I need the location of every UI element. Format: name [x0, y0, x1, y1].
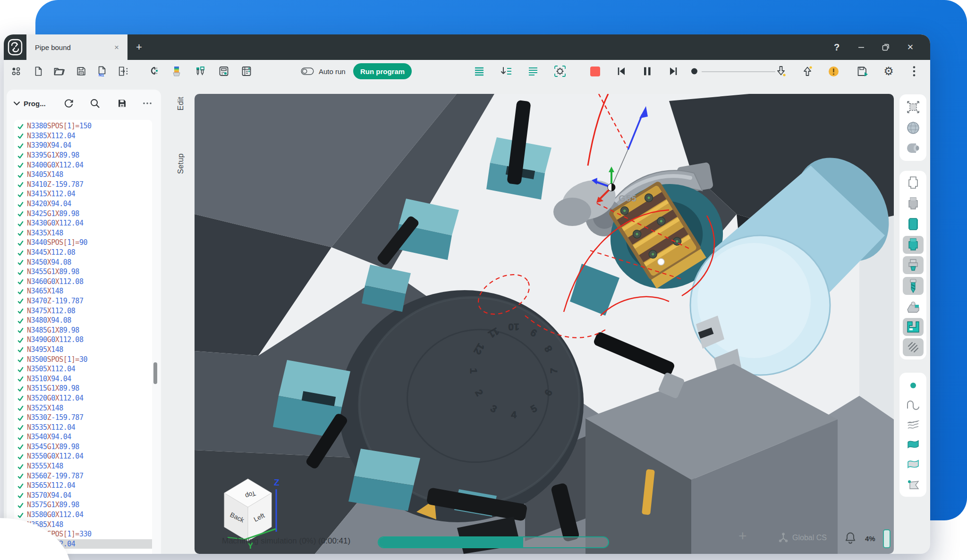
gcode-line[interactable]: N3510X94.04 — [14, 374, 152, 384]
gcode-line[interactable]: N3565X112.04 — [14, 481, 152, 491]
gcode-line[interactable]: N3390X94.04 — [14, 141, 152, 150]
gear-icon[interactable]: ⚙ — [882, 65, 895, 78]
speed-slider-track[interactable] — [702, 71, 775, 72]
restore-button[interactable] — [874, 34, 898, 60]
gcode-line[interactable]: N3545G1X89.98 — [14, 442, 152, 452]
tab-setup[interactable]: Setup — [177, 153, 185, 174]
point-dot-icon[interactable] — [903, 376, 924, 394]
upload-arrow-icon[interactable] — [801, 65, 814, 78]
gcode-line[interactable]: N3490G0X112.08 — [14, 335, 152, 345]
sphere-shaded-icon[interactable] — [903, 119, 924, 137]
new-file-icon[interactable] — [32, 65, 45, 78]
machine-gray-icon[interactable] — [903, 297, 924, 315]
flag-filled-icon[interactable] — [903, 435, 924, 453]
save-run-icon[interactable] — [856, 65, 869, 78]
frame-gear-icon[interactable] — [553, 65, 567, 78]
gcode-line[interactable]: N3420X94.04 — [14, 199, 152, 209]
chevron-down-icon[interactable] — [13, 101, 20, 106]
apps-grid-icon[interactable] — [9, 65, 23, 78]
gcode-line[interactable]: N3560Z-199.787 — [14, 471, 152, 481]
flag-point-icon[interactable] — [903, 475, 924, 493]
gcode-line[interactable]: N3575G1X89.98 — [14, 500, 152, 510]
minimize-button[interactable] — [849, 34, 874, 60]
kebab-menu-icon[interactable] — [908, 65, 921, 78]
postprocessor-stack-icon[interactable] — [170, 65, 183, 78]
tab-pipe-bound[interactable]: Pipe bound × — [26, 34, 127, 60]
tool-holder-icon[interactable] — [903, 256, 924, 274]
gcode-line[interactable]: N3500SPOS[1]=30 — [14, 354, 152, 364]
magnet-snap-icon[interactable] — [146, 65, 160, 78]
workpiece-gray-icon[interactable] — [903, 195, 924, 213]
workpiece-outline-icon[interactable] — [903, 174, 924, 192]
flag-outline-icon[interactable] — [903, 455, 924, 473]
open-folder-icon[interactable] — [52, 65, 66, 78]
gcode-line[interactable]: N3495X148 — [14, 345, 152, 355]
global-cs-button[interactable]: Global CS — [778, 533, 827, 543]
gcode-line[interactable]: N3465X148 — [14, 286, 152, 296]
gcode-line[interactable]: N3405X148 — [14, 170, 152, 180]
zoom-plus-button[interactable]: + — [738, 528, 747, 544]
drill-bit-icon[interactable] — [903, 277, 924, 295]
new-tab-button[interactable]: + — [127, 34, 142, 60]
gcode-line[interactable]: N3520G0X112.04 — [14, 393, 152, 403]
gcode-line[interactable]: N3385X112.04 — [14, 131, 152, 141]
curve-icon[interactable] — [903, 396, 924, 414]
n1-program-file-icon[interactable]: N1 — [95, 65, 109, 78]
save-program-icon[interactable] — [117, 99, 127, 109]
fit-view-icon[interactable] — [903, 98, 924, 116]
gcode-line[interactable]: N3530Z-159.787 — [14, 413, 152, 423]
gcode-line[interactable]: N3430G0X112.04 — [14, 218, 152, 228]
gcode-line[interactable]: N3470Z-119.787 — [14, 296, 152, 306]
app-logo[interactable] — [4, 34, 26, 60]
surface-waves-icon[interactable] — [903, 416, 924, 434]
gcode-line[interactable]: N3515G1X89.98 — [14, 384, 152, 393]
gcode-line[interactable]: N3550G0X112.04 — [14, 451, 152, 461]
gcode-line[interactable]: N3555X148 — [14, 461, 152, 471]
skip-forward-icon[interactable] — [667, 65, 680, 78]
gcode-line[interactable]: N3485G1X89.98 — [14, 325, 152, 335]
gcode-line[interactable]: N3455G1X89.98 — [14, 267, 152, 277]
tab-close-icon[interactable]: × — [112, 42, 121, 52]
gcode-line[interactable]: N3540X94.04 — [14, 432, 152, 442]
speed-slider-knob[interactable] — [691, 68, 697, 75]
3d-viewport-canvas[interactable]: 109876543211211 — [195, 94, 894, 554]
workpiece-teal-selected-icon[interactable] — [903, 236, 924, 254]
gcode-line[interactable]: N3535X112.04 — [14, 422, 152, 432]
gcode-list[interactable]: N3380SPOS[1]=150N3385X112.04N3390X94.04N… — [14, 120, 152, 554]
close-window-button[interactable]: × — [898, 34, 923, 60]
search-icon[interactable] — [90, 98, 100, 109]
gcode-line[interactable]: N3440SPOS[1]=90 — [14, 238, 152, 248]
run-program-button[interactable]: Run program — [353, 63, 412, 79]
table-list-icon[interactable] — [240, 65, 253, 78]
gcode-line[interactable]: N3410Z-159.787 — [14, 180, 152, 190]
tab-edit[interactable]: Edit — [177, 97, 185, 110]
gcode-line[interactable]: N3475X112.08 — [14, 306, 152, 316]
gcode-line[interactable]: N3435X148 — [14, 228, 152, 238]
gcode-line[interactable]: N3415X112.04 — [14, 189, 152, 199]
program-scrollbar-thumb[interactable] — [153, 362, 157, 384]
lines-thick-icon[interactable] — [473, 65, 486, 78]
skip-back-icon[interactable] — [615, 65, 628, 78]
gcode-line[interactable]: N3480X94.08 — [14, 316, 152, 326]
gcode-line[interactable]: N3525X148 — [14, 403, 152, 413]
workpiece-teal-icon[interactable] — [903, 215, 924, 233]
gcode-line[interactable]: N3380SPOS[1]=150 — [14, 121, 152, 131]
gcode-line[interactable]: N3400G0X112.04 — [14, 160, 152, 170]
gcode-line[interactable]: N3450X94.08 — [14, 257, 152, 267]
more-dots-icon[interactable] — [143, 102, 152, 105]
lines-thin-icon[interactable] — [526, 65, 540, 78]
help-button[interactable]: ? — [824, 34, 849, 60]
gcode-line[interactable]: N3570X94.04 — [14, 491, 152, 501]
auto-run-toggle[interactable] — [301, 65, 314, 78]
hatch-section-icon[interactable] — [903, 338, 924, 356]
gcode-line[interactable]: N3505X112.04 — [14, 364, 152, 374]
calculator-icon[interactable] — [217, 65, 230, 78]
stop-icon[interactable] — [588, 65, 602, 78]
gcode-line[interactable]: N3425G1X89.98 — [14, 209, 152, 218]
tools-pair-icon[interactable] — [194, 65, 207, 78]
gcode-line[interactable]: N3445X112.08 — [14, 248, 152, 258]
export-program-icon[interactable] — [117, 65, 130, 78]
part-shaded-icon[interactable] — [903, 139, 924, 157]
download-arrow-icon[interactable] — [774, 65, 788, 78]
pause-icon[interactable] — [641, 65, 654, 78]
